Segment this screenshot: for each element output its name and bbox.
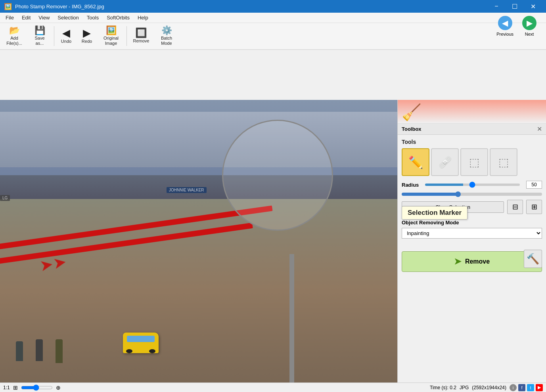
figure-1: [16, 341, 23, 361]
undo-icon: ◀: [62, 28, 70, 38]
remove-icon: 🔲: [135, 28, 147, 38]
menu-selection[interactable]: Selection: [54, 14, 82, 21]
menu-file[interactable]: File: [2, 14, 18, 21]
tooltip-text: Selection Marker: [408, 209, 462, 216]
toolbar-separator-2: [126, 26, 127, 46]
toolbox-title: Toolbox: [402, 126, 421, 132]
tools-row: ✏️ 🩹 ⬚ ⬚ 🔨: [402, 148, 542, 176]
toolbox-panel: 🧹 Toolbox ✕ Tools ✏️ 🩹 ⬚: [397, 100, 546, 392]
rect-select-icon: ⬚: [469, 156, 479, 169]
original-image-icon: 🖼️: [106, 26, 117, 35]
next-label: Next: [525, 32, 534, 36]
eraser-tool-icon: 🩹: [438, 156, 452, 169]
format-label: JPG: [460, 385, 469, 390]
facebook-icon[interactable]: f: [518, 384, 525, 391]
add-files-button[interactable]: 📂 Add File(s)...: [2, 24, 27, 48]
sponsor-sign: JOHNNIE WALKER: [167, 187, 207, 193]
car-wheel-left: [126, 349, 132, 353]
radius-row: Radius: [402, 181, 542, 189]
menu-edit[interactable]: Edit: [18, 14, 34, 21]
add-files-label: Add File(s)...: [6, 36, 22, 46]
menu-tools[interactable]: Tools: [83, 14, 103, 21]
marker-tool-button[interactable]: ✏️: [402, 148, 429, 176]
image-canvas[interactable]: ➤➤ JOHNNIE WALKER LG TAG·Heuer: [0, 100, 397, 392]
time-label: Time (s): 0.2: [430, 385, 456, 390]
toolbar-left: 📂 Add File(s)... 💾 Save as... ◀ Undo ▶ R…: [2, 24, 179, 48]
eraser-decorative-icon: 🧹: [402, 103, 421, 122]
magic-tool-button[interactable]: ⬚: [490, 148, 517, 176]
main-area: ➤➤ JOHNNIE WALKER LG TAG·Heuer: [0, 100, 546, 392]
toolbar: 📂 Add File(s)... 💾 Save as... ◀ Undo ▶ R…: [0, 23, 546, 50]
save-as-label: Save as...: [34, 36, 44, 46]
remove-arrow-icon: ➤: [454, 256, 461, 267]
zoom-plus-icon: ⊕: [56, 384, 61, 391]
car-windshield: [127, 336, 155, 342]
original-image-button[interactable]: 🖼️ Original Image: [97, 24, 125, 48]
marker-tool-icon: ✏️: [408, 155, 423, 169]
minimize-button[interactable]: −: [487, 0, 506, 13]
previous-arrow-icon: ◀: [498, 16, 512, 30]
rect-select-tool-button[interactable]: ⬚: [460, 148, 488, 176]
remove-label: Remove: [133, 38, 149, 44]
yellow-car: [123, 333, 159, 353]
toolbar-separator-1: [54, 26, 54, 46]
figure-3: [56, 339, 63, 363]
radius-thumb: [455, 191, 461, 197]
original-image-label: Original Image: [103, 36, 119, 46]
status-bar: 1:1 ⊞ ⊕ Time (s): 0.2 JPG (2592x1944x24)…: [0, 382, 546, 392]
save-as-button[interactable]: 💾 Save as...: [27, 24, 52, 48]
tools-section-title: Tools: [402, 139, 542, 145]
select-all-button[interactable]: ⊟: [507, 200, 523, 214]
car-wheel-right: [149, 349, 155, 353]
remove-big-label: Remove: [465, 258, 490, 265]
window-controls: − ☐ ✕: [487, 0, 542, 13]
menu-view[interactable]: View: [34, 14, 54, 21]
status-icons: i f t ▶: [510, 384, 543, 391]
zoom-slider[interactable]: [21, 384, 53, 391]
radius-label: Radius: [402, 182, 419, 188]
previous-label: Previous: [496, 32, 513, 36]
menu-softorbits[interactable]: SoftOrbits: [103, 14, 134, 21]
close-button[interactable]: ✕: [524, 0, 542, 13]
menu-help[interactable]: Help: [134, 14, 152, 21]
undo-label: Undo: [61, 39, 71, 44]
photo-scene: ➤➤ JOHNNIE WALKER LG TAG·Heuer: [0, 100, 397, 392]
toolbox-close-button[interactable]: ✕: [537, 125, 542, 133]
radius-track: [402, 193, 542, 196]
magic-tool-icon: ⬚: [498, 156, 509, 169]
radius-value-input[interactable]: [526, 181, 542, 189]
undo-button[interactable]: ◀ Undo: [56, 24, 77, 48]
navigation-area: ◀ Previous ▶ Next: [493, 13, 540, 40]
redo-label: Redo: [82, 39, 92, 44]
remove-big-button[interactable]: ➤ Remove: [402, 251, 542, 272]
remove-button[interactable]: 🔲 Remove: [128, 24, 154, 48]
pole: [289, 254, 294, 392]
toolbox-header: Toolbox ✕: [398, 124, 546, 135]
stamp-button[interactable]: 🔨: [524, 250, 542, 268]
redo-icon: ▶: [83, 28, 91, 38]
grandstand: [0, 112, 397, 167]
twitter-icon[interactable]: t: [527, 384, 534, 391]
lg-sign: LG: [0, 195, 10, 201]
batch-mode-icon: ⚙️: [161, 26, 172, 35]
radius-slider[interactable]: [425, 184, 520, 186]
next-button[interactable]: ▶ Next: [519, 14, 540, 38]
maximize-button[interactable]: ☐: [506, 0, 524, 13]
mode-select[interactable]: Inpainting Smart Fill Texture Synthesis: [402, 228, 542, 239]
menu-bar: File Edit View Selection Tools SoftOrbit…: [0, 13, 546, 23]
save-as-icon: 💾: [34, 26, 45, 35]
next-arrow-icon: ▶: [522, 16, 536, 30]
mode-select-container: Inpainting Smart Fill Texture Synthesis: [402, 228, 542, 245]
eraser-tool-button[interactable]: 🩹: [431, 148, 459, 176]
redo-button[interactable]: ▶ Redo: [77, 24, 97, 48]
figure-2: [36, 339, 43, 361]
previous-button[interactable]: ◀ Previous: [493, 14, 517, 38]
invert-selection-button[interactable]: ⊞: [526, 200, 542, 214]
invert-selection-icon: ⊞: [531, 203, 537, 211]
youtube-icon[interactable]: ▶: [536, 384, 543, 391]
zoom-icon: ⊞: [13, 384, 18, 391]
info-icon[interactable]: i: [510, 384, 517, 391]
title-bar: 🖼️ Photo Stamp Remover - IMG_8562.jpg − …: [0, 0, 546, 13]
window-title: Photo Stamp Remover - IMG_8562.jpg: [15, 4, 487, 10]
batch-mode-button[interactable]: ⚙️ Batch Mode: [154, 24, 179, 48]
